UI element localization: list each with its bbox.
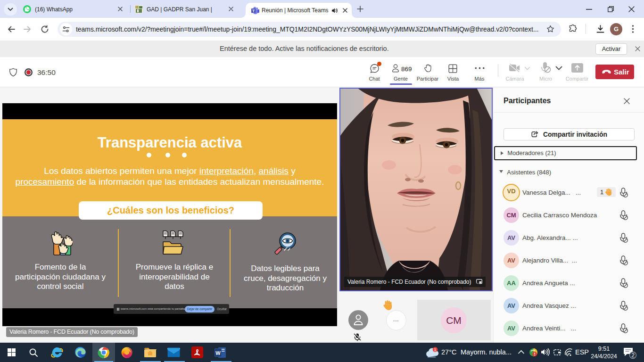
svg-text:2: 2 bbox=[631, 352, 635, 359]
svg-text:W: W bbox=[215, 350, 221, 355]
svg-text:1: 1 bbox=[434, 347, 436, 352]
